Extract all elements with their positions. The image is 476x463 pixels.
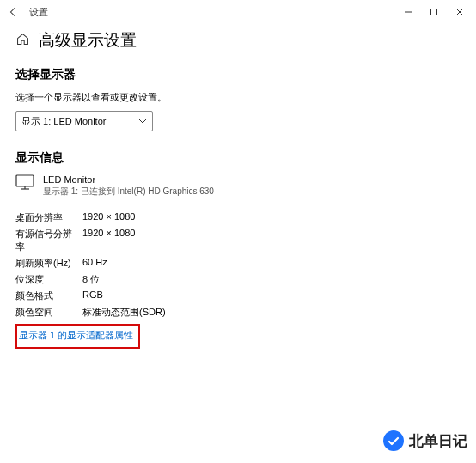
- highlight-box: 显示器 1 的显示适配器属性: [15, 324, 140, 349]
- property-label: 有源信号分辨率: [15, 226, 76, 255]
- watermark-text: 北单日记: [409, 431, 467, 451]
- home-icon[interactable]: [15, 32, 30, 49]
- page-title: 高级显示设置: [39, 29, 137, 52]
- property-value: 1920 × 1080: [76, 210, 166, 226]
- select-display-help: 选择一个显示器以查看或更改设置。: [15, 91, 461, 104]
- property-value: 1920 × 1080: [76, 226, 166, 255]
- window-title: 设置: [29, 6, 48, 19]
- watermark-logo-icon: [383, 430, 404, 451]
- property-label: 刷新频率(Hz): [15, 255, 76, 271]
- close-button[interactable]: [447, 2, 473, 22]
- property-value: 8 位: [76, 271, 166, 288]
- monitor-name: LED Monitor: [43, 174, 214, 185]
- monitor-icon: [15, 174, 34, 192]
- property-value: 标准动态范围(SDR): [76, 304, 166, 320]
- watermark: 北单日记: [383, 430, 467, 451]
- svg-rect-2: [16, 175, 34, 186]
- property-value: 60 Hz: [76, 255, 166, 271]
- display-select[interactable]: 显示 1: LED Monitor: [15, 111, 153, 131]
- minimize-button[interactable]: [395, 2, 421, 22]
- table-row: 颜色空间标准动态范围(SDR): [15, 304, 166, 320]
- display-select-value: 显示 1: LED Monitor: [21, 115, 106, 128]
- property-label: 颜色格式: [15, 288, 76, 304]
- table-row: 位深度8 位: [15, 271, 166, 288]
- table-row: 刷新频率(Hz)60 Hz: [15, 255, 166, 271]
- property-value: RGB: [76, 288, 166, 304]
- property-label: 颜色空间: [15, 304, 76, 320]
- display-info-heading: 显示信息: [15, 150, 461, 166]
- chevron-down-icon: [138, 117, 147, 125]
- monitor-connection: 显示器 1: 已连接到 Intel(R) HD Graphics 630: [43, 186, 214, 198]
- table-row: 颜色格式RGB: [15, 288, 166, 304]
- display-properties-table: 桌面分辨率1920 × 1080有源信号分辨率1920 × 1080刷新频率(H…: [15, 210, 166, 320]
- table-row: 有源信号分辨率1920 × 1080: [15, 226, 166, 255]
- select-display-heading: 选择显示器: [15, 67, 461, 82]
- maximize-button[interactable]: [421, 2, 447, 22]
- back-button[interactable]: [3, 2, 24, 22]
- property-label: 桌面分辨率: [15, 210, 76, 226]
- property-label: 位深度: [15, 271, 76, 288]
- adapter-properties-link[interactable]: 显示器 1 的显示适配器属性: [19, 330, 133, 340]
- svg-rect-1: [431, 9, 437, 15]
- table-row: 桌面分辨率1920 × 1080: [15, 210, 166, 226]
